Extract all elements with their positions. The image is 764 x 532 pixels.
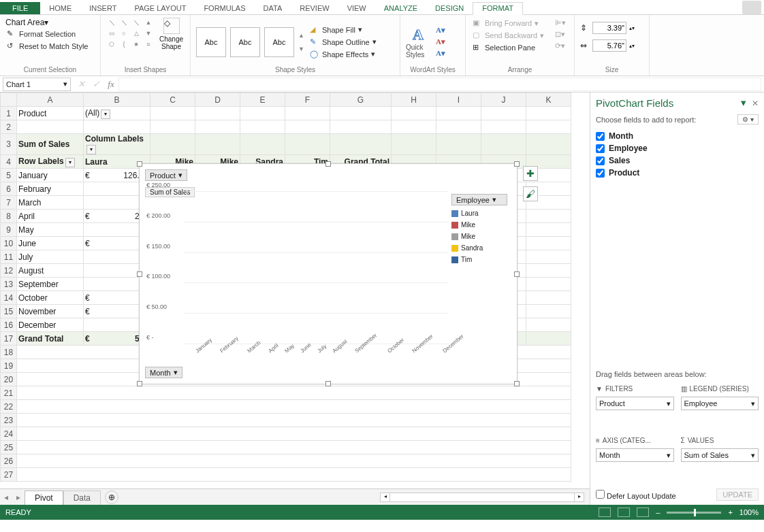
field-sales[interactable] (596, 156, 605, 165)
height-input[interactable] (592, 22, 626, 34)
drag-hint: Drag fields between areas below: (596, 370, 759, 378)
view-break-button[interactable] (637, 508, 649, 517)
field-month[interactable] (596, 132, 605, 141)
axis-area[interactable]: Month▾ (596, 448, 674, 462)
shape-gallery[interactable]: ＼＼＼▲ ▭○△▼ ⬡{★≡ (106, 18, 154, 49)
tab-data[interactable]: DATA (255, 2, 291, 14)
tab-analyze[interactable]: ANALYZE (375, 2, 426, 14)
col-H[interactable]: H (392, 93, 436, 107)
group-wordart: WordArt Styles (406, 66, 460, 74)
tab-format[interactable]: FORMAT (473, 2, 523, 15)
shape-fill-button[interactable]: ◢Shape Fill▾ (308, 24, 378, 35)
pivot-chart[interactable]: Product▾ Sum of Sales Month▾ € - € 50.00… (139, 163, 518, 384)
tab-page-layout[interactable]: PAGE LAYOUT (125, 2, 195, 14)
tab-design[interactable]: DESIGN (426, 2, 473, 14)
pane-close-icon[interactable]: ✕ (752, 99, 759, 108)
style-down[interactable]: ▼ (298, 46, 304, 52)
view-normal-button[interactable] (599, 508, 611, 517)
values-area[interactable]: Sum of Sales▾ (681, 448, 759, 462)
tab-file[interactable]: FILE (0, 2, 40, 14)
tab-home[interactable]: HOME (40, 2, 80, 14)
tab-formulas[interactable]: FORMULAS (195, 2, 254, 14)
ribbon-tabs: FILE HOME INSERT PAGE LAYOUT FORMULAS DA… (0, 0, 764, 15)
col-E[interactable]: E (240, 93, 285, 107)
group-size: Size (580, 66, 643, 74)
format-selection-button[interactable]: ✎Format Selection (5, 29, 95, 39)
chart-plot-area[interactable]: € - € 50.00 € 100.00 € 150.00 € 200.00 €… (146, 191, 449, 361)
tab-view[interactable]: VIEW (338, 2, 375, 14)
col-G[interactable]: G (330, 93, 392, 107)
width-input[interactable] (592, 39, 626, 52)
reset-match-button[interactable]: ↺Reset to Match Style (5, 41, 95, 52)
chart-elements-button[interactable]: ✚ (523, 166, 538, 181)
name-box[interactable]: Chart 1▾ (3, 78, 71, 91)
chart-element-selector[interactable]: Chart Area▾ (5, 18, 95, 27)
group-current-selection: Current Selection (5, 66, 95, 74)
fx-icon[interactable]: fx (104, 79, 118, 90)
formula-bar: Chart 1▾ ✕ ✓ fx (0, 76, 764, 93)
zoom-in-button[interactable]: + (728, 508, 732, 516)
col-C[interactable]: C (150, 93, 195, 107)
selection-pane-button[interactable]: ⊞Selection Pane (471, 42, 545, 53)
col-F[interactable]: F (285, 93, 330, 107)
shape-style-3[interactable]: Abc (264, 27, 294, 57)
filters-area[interactable]: Product▾ (596, 397, 674, 410)
shape-outline-button[interactable]: ✎Shape Outline▾ (308, 37, 378, 48)
shape-style-1[interactable]: Abc (196, 27, 226, 57)
zoom-slider[interactable] (667, 512, 721, 514)
quick-styles-button[interactable]: AQuick Styles (406, 26, 430, 59)
text-fill-button[interactable]: A▾ (434, 25, 446, 35)
status-ready: READY (5, 508, 31, 516)
height-icon: ⇕ (580, 23, 590, 33)
shape-style-2[interactable]: Abc (230, 27, 260, 57)
defer-update-checkbox[interactable]: Defer Layout Update (596, 490, 676, 500)
formula-input[interactable] (118, 78, 761, 91)
tab-insert[interactable]: INSERT (80, 2, 125, 14)
send-backward-button: ▢Send Backward▾ (471, 30, 545, 41)
pane-tools-button[interactable]: ⚙ ▾ (737, 114, 759, 124)
chart-month-filter[interactable]: Month▾ (145, 367, 182, 378)
column-labels-dropdown[interactable]: ▾ (86, 145, 96, 154)
tab-review[interactable]: REVIEW (291, 2, 338, 14)
col-J[interactable]: J (481, 93, 526, 107)
shape-effects-button[interactable]: ◯Shape Effects▾ (308, 49, 378, 60)
chart-employee-filter[interactable]: Employee▾ (451, 194, 507, 205)
legend-area[interactable]: Employee▾ (681, 397, 759, 410)
row-labels-dropdown[interactable]: ▾ (65, 158, 75, 167)
col-K[interactable]: K (526, 93, 571, 107)
field-list[interactable]: Month Employee Sales Product (596, 130, 759, 179)
user-avatar[interactable] (742, 1, 761, 14)
text-outline-button[interactable]: A▾ (434, 37, 446, 47)
add-sheet-button[interactable]: ⊕ (105, 491, 118, 504)
field-product[interactable] (596, 169, 605, 178)
rotate-button: ⟳▾ (554, 41, 567, 51)
col-I[interactable]: I (436, 93, 481, 107)
sheet-tab-data[interactable]: Data (63, 491, 101, 505)
axis-icon: ≡ (596, 437, 600, 444)
update-button[interactable]: UPDATE (716, 488, 759, 501)
col-B[interactable]: B (84, 93, 150, 107)
col-A[interactable]: A (17, 93, 84, 107)
sheet-nav-prev[interactable]: ◂ (0, 493, 12, 502)
view-layout-button[interactable] (618, 508, 630, 517)
zoom-out-button[interactable]: – (656, 508, 660, 516)
values-icon: Σ (681, 437, 685, 444)
sheet-nav-next[interactable]: ▸ (12, 493, 25, 502)
chart-styles-button[interactable]: 🖌 (523, 186, 538, 201)
col-D[interactable]: D (195, 93, 240, 107)
text-effects-button[interactable]: A▾ (434, 48, 446, 59)
chart-product-filter[interactable]: Product▾ (145, 169, 187, 181)
pane-dropdown-icon[interactable]: ▾ (741, 97, 746, 108)
horizontal-scrollbar[interactable]: ◂ ▸ (380, 493, 584, 502)
change-shape-button[interactable]: Change Shape (158, 35, 185, 50)
bring-forward-button: ▣Bring Forward▾ (471, 18, 545, 29)
style-up[interactable]: ▲ (298, 32, 304, 39)
change-shape-icon[interactable]: ◇ (163, 18, 180, 34)
sheet-tab-pivot[interactable]: Pivot (25, 491, 63, 505)
product-filter-dropdown[interactable]: ▾ (101, 110, 110, 119)
zoom-level[interactable]: 100% (739, 508, 759, 516)
group-insert-shapes: Insert Shapes (106, 66, 185, 74)
field-employee[interactable] (596, 144, 605, 153)
main-area: ABCDEFGHIJK 1Product(All)▾ 2 3Sum of Sal… (0, 93, 764, 505)
select-all[interactable] (1, 93, 17, 107)
